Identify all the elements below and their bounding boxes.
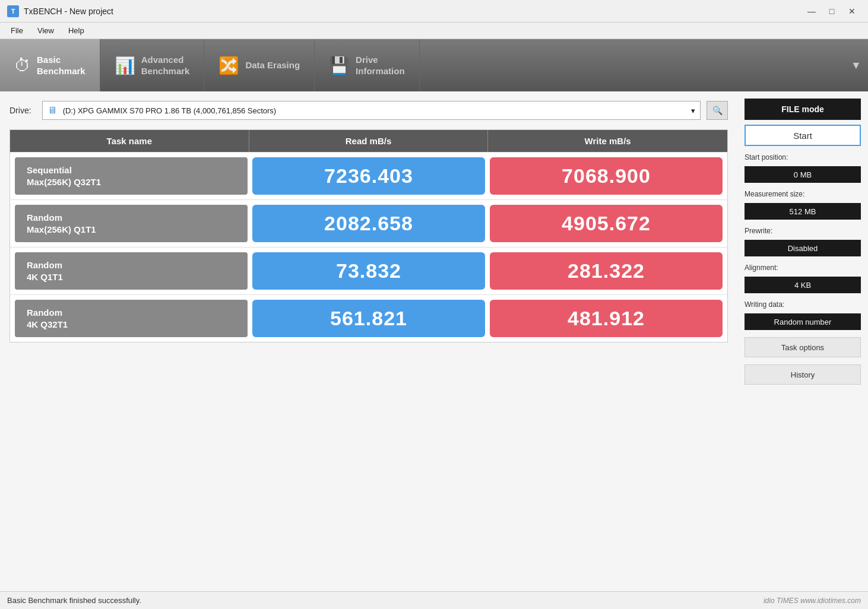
drive-select-arrow: ▾: [691, 106, 695, 115]
read-value-2: 73.832: [252, 252, 485, 290]
table-row: Random4K Q32T1 561.821 481.912: [10, 294, 727, 342]
drive-information-label-line2: Information: [356, 65, 405, 77]
title-bar-left: T TxBENCH - New project: [7, 5, 113, 17]
start-button[interactable]: Start: [745, 125, 861, 146]
prewrite-label: Prewrite:: [745, 227, 861, 235]
basic-benchmark-label-line1: Basic: [37, 54, 61, 66]
basic-benchmark-icon: ⏱: [14, 56, 31, 75]
read-value-0: 7236.403: [252, 157, 485, 195]
measurement-size-label: Measurement size:: [745, 190, 861, 198]
status-bar: Basic Benchmark finished successfully. i…: [0, 591, 868, 609]
start-position-value: 0 MB: [745, 166, 861, 183]
drive-select[interactable]: 🖥 (D:) XPG GAMMIX S70 PRO 1.86 TB (4,000…: [42, 101, 701, 120]
alignment-value: 4 KB: [745, 277, 861, 293]
write-value-2: 281.322: [490, 252, 723, 290]
benchmark-table: Task name Read mB/s Write mB/s Sequentia…: [9, 129, 728, 342]
menu-help[interactable]: Help: [62, 25, 90, 36]
data-erasing-icon: 🔀: [218, 56, 239, 75]
measurement-size-value: 512 MB: [745, 203, 861, 220]
drive-select-icon: 🖥: [47, 105, 57, 115]
read-value-1: 2082.658: [252, 205, 485, 242]
write-value-1: 4905.672: [490, 205, 723, 242]
writing-data-label: Writing data:: [745, 300, 861, 309]
task-name-0: SequentialMax(256K) Q32T1: [15, 157, 248, 195]
toolbar-dropdown[interactable]: ▼: [844, 39, 868, 91]
task-name-1: RandomMax(256K) Q1T1: [15, 205, 248, 242]
data-erasing-label-line1: Data Erasing: [245, 59, 300, 71]
basic-benchmark-label-line2: Benchmark: [37, 65, 85, 77]
advanced-benchmark-label-line2: Benchmark: [141, 65, 190, 77]
menu-view[interactable]: View: [31, 25, 60, 36]
main-content: Drive: 🖥 (D:) XPG GAMMIX S70 PRO 1.86 TB…: [0, 91, 868, 591]
history-button[interactable]: History: [745, 364, 861, 385]
prewrite-value: Disabled: [745, 240, 861, 256]
write-value-0: 7068.900: [490, 157, 723, 195]
writing-data-value: Random number: [745, 313, 861, 330]
title-bar: T TxBENCH - New project ― □ ✕: [0, 0, 868, 23]
drive-info-icon: 🔍: [712, 106, 723, 115]
toolbar-basic-benchmark[interactable]: ⏱ Basic Benchmark: [0, 39, 100, 91]
minimize-button[interactable]: ―: [803, 5, 821, 18]
window-title: TxBENCH - New project: [24, 7, 113, 16]
drive-info-button[interactable]: 🔍: [707, 101, 728, 120]
alignment-label: Alignment:: [745, 264, 861, 272]
right-panel: FILE mode Start Start position: 0 MB Mea…: [737, 91, 868, 591]
task-name-3: Random4K Q32T1: [15, 300, 248, 337]
task-name-2: Random4K Q1T1: [15, 252, 248, 290]
status-message: Basic Benchmark finished successfully.: [7, 596, 141, 605]
table-row: SequentialMax(256K) Q32T1 7236.403 7068.…: [10, 152, 727, 199]
left-panel: Drive: 🖥 (D:) XPG GAMMIX S70 PRO 1.86 TB…: [0, 91, 737, 591]
watermark: idio TIMES www.idiotimes.com: [764, 597, 861, 605]
file-mode-button[interactable]: FILE mode: [745, 99, 861, 120]
toolbar-drive-information[interactable]: 💾 Drive Information: [315, 39, 420, 91]
menu-file[interactable]: File: [5, 25, 29, 36]
advanced-benchmark-label-line1: Advanced: [141, 54, 184, 66]
toolbar-advanced-benchmark[interactable]: 📊 Advanced Benchmark: [100, 39, 205, 91]
header-read: Read mB/s: [249, 130, 489, 152]
drive-row: Drive: 🖥 (D:) XPG GAMMIX S70 PRO 1.86 TB…: [9, 101, 728, 120]
toolbar: ⏱ Basic Benchmark 📊 Advanced Benchmark 🔀…: [0, 39, 868, 91]
advanced-benchmark-icon: 📊: [115, 56, 135, 75]
header-write: Write mB/s: [488, 130, 727, 152]
table-row: RandomMax(256K) Q1T1 2082.658 4905.672: [10, 199, 727, 247]
toolbar-spacer: [420, 39, 844, 91]
header-task-name: Task name: [10, 130, 249, 152]
start-position-label: Start position:: [745, 153, 861, 161]
title-bar-controls: ― □ ✕: [803, 5, 861, 18]
maximize-button[interactable]: □: [823, 5, 841, 18]
drive-selected-value: (D:) XPG GAMMIX S70 PRO 1.86 TB (4,000,7…: [63, 106, 277, 115]
app-icon: T: [7, 5, 19, 17]
menu-bar: File View Help: [0, 23, 868, 39]
drive-information-icon: 💾: [329, 56, 350, 75]
table-row: Random4K Q1T1 73.832 281.322: [10, 247, 727, 294]
write-value-3: 481.912: [490, 300, 723, 337]
read-value-3: 561.821: [252, 300, 485, 337]
toolbar-data-erasing[interactable]: 🔀 Data Erasing: [204, 39, 315, 91]
close-button[interactable]: ✕: [843, 5, 861, 18]
drive-information-label-line1: Drive: [356, 54, 378, 66]
drive-label: Drive:: [9, 106, 36, 115]
task-options-button[interactable]: Task options: [745, 337, 861, 357]
table-header: Task name Read mB/s Write mB/s: [10, 130, 727, 152]
